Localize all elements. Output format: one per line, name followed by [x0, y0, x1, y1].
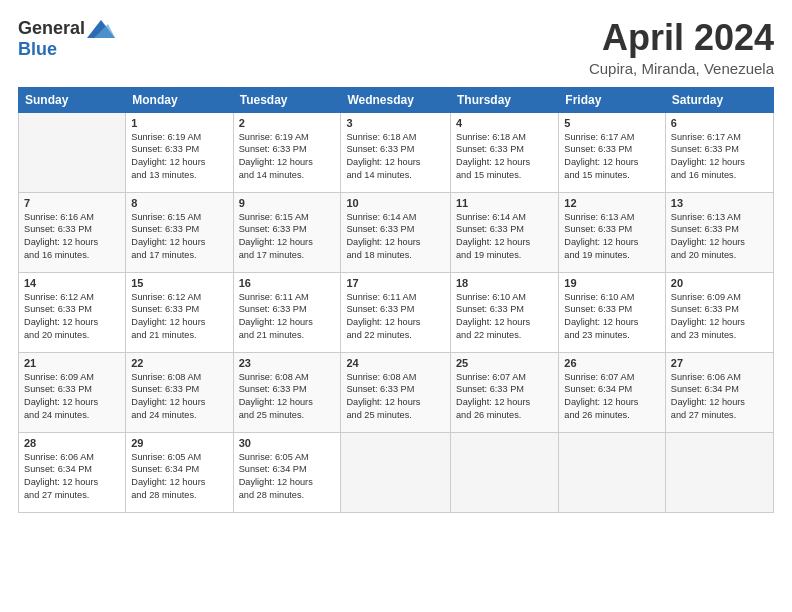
day-number: 6: [671, 117, 768, 129]
main-container: General Blue April 2024 Cupira, Miranda,…: [0, 0, 792, 612]
day-info: Sunrise: 6:10 AM Sunset: 6:33 PM Dayligh…: [456, 291, 553, 343]
calendar-cell: 14 Sunrise: 6:12 AM Sunset: 6:33 PM Dayl…: [19, 272, 126, 352]
day-number: 18: [456, 277, 553, 289]
day-info: Sunrise: 6:12 AM Sunset: 6:33 PM Dayligh…: [24, 291, 120, 343]
calendar-cell: 6 Sunrise: 6:17 AM Sunset: 6:33 PM Dayli…: [665, 112, 773, 192]
day-info: Sunrise: 6:12 AM Sunset: 6:33 PM Dayligh…: [131, 291, 227, 343]
day-number: 24: [346, 357, 445, 369]
calendar-table: Sunday Monday Tuesday Wednesday Thursday…: [18, 87, 774, 513]
calendar-cell: [451, 432, 559, 512]
calendar-cell: 16 Sunrise: 6:11 AM Sunset: 6:33 PM Dayl…: [233, 272, 341, 352]
header: General Blue April 2024 Cupira, Miranda,…: [18, 18, 774, 77]
day-number: 8: [131, 197, 227, 209]
day-number: 11: [456, 197, 553, 209]
calendar-cell: 26 Sunrise: 6:07 AM Sunset: 6:34 PM Dayl…: [559, 352, 666, 432]
calendar-cell: 13 Sunrise: 6:13 AM Sunset: 6:33 PM Dayl…: [665, 192, 773, 272]
day-info: Sunrise: 6:06 AM Sunset: 6:34 PM Dayligh…: [24, 451, 120, 503]
calendar-cell: 27 Sunrise: 6:06 AM Sunset: 6:34 PM Dayl…: [665, 352, 773, 432]
day-number: 7: [24, 197, 120, 209]
day-number: 28: [24, 437, 120, 449]
day-info: Sunrise: 6:14 AM Sunset: 6:33 PM Dayligh…: [346, 211, 445, 263]
calendar-cell: 5 Sunrise: 6:17 AM Sunset: 6:33 PM Dayli…: [559, 112, 666, 192]
day-number: 13: [671, 197, 768, 209]
calendar-cell: 7 Sunrise: 6:16 AM Sunset: 6:33 PM Dayli…: [19, 192, 126, 272]
day-info: Sunrise: 6:17 AM Sunset: 6:33 PM Dayligh…: [564, 131, 660, 183]
calendar-cell: 8 Sunrise: 6:15 AM Sunset: 6:33 PM Dayli…: [126, 192, 233, 272]
calendar-cell: 21 Sunrise: 6:09 AM Sunset: 6:33 PM Dayl…: [19, 352, 126, 432]
day-info: Sunrise: 6:15 AM Sunset: 6:33 PM Dayligh…: [131, 211, 227, 263]
day-number: 16: [239, 277, 336, 289]
day-info: Sunrise: 6:05 AM Sunset: 6:34 PM Dayligh…: [131, 451, 227, 503]
day-info: Sunrise: 6:15 AM Sunset: 6:33 PM Dayligh…: [239, 211, 336, 263]
day-info: Sunrise: 6:05 AM Sunset: 6:34 PM Dayligh…: [239, 451, 336, 503]
logo-blue-text: Blue: [18, 39, 57, 60]
calendar-cell: 23 Sunrise: 6:08 AM Sunset: 6:33 PM Dayl…: [233, 352, 341, 432]
th-sunday: Sunday: [19, 87, 126, 112]
calendar-cell: 11 Sunrise: 6:14 AM Sunset: 6:33 PM Dayl…: [451, 192, 559, 272]
calendar-cell: 20 Sunrise: 6:09 AM Sunset: 6:33 PM Dayl…: [665, 272, 773, 352]
day-number: 30: [239, 437, 336, 449]
day-number: 25: [456, 357, 553, 369]
day-number: 5: [564, 117, 660, 129]
calendar-cell: 28 Sunrise: 6:06 AM Sunset: 6:34 PM Dayl…: [19, 432, 126, 512]
day-info: Sunrise: 6:11 AM Sunset: 6:33 PM Dayligh…: [239, 291, 336, 343]
day-info: Sunrise: 6:14 AM Sunset: 6:33 PM Dayligh…: [456, 211, 553, 263]
day-number: 22: [131, 357, 227, 369]
calendar-cell: 10 Sunrise: 6:14 AM Sunset: 6:33 PM Dayl…: [341, 192, 451, 272]
day-info: Sunrise: 6:17 AM Sunset: 6:33 PM Dayligh…: [671, 131, 768, 183]
day-number: 23: [239, 357, 336, 369]
calendar-cell: 12 Sunrise: 6:13 AM Sunset: 6:33 PM Dayl…: [559, 192, 666, 272]
weekday-header-row: Sunday Monday Tuesday Wednesday Thursday…: [19, 87, 774, 112]
day-number: 14: [24, 277, 120, 289]
calendar-cell: 30 Sunrise: 6:05 AM Sunset: 6:34 PM Dayl…: [233, 432, 341, 512]
day-info: Sunrise: 6:08 AM Sunset: 6:33 PM Dayligh…: [346, 371, 445, 423]
th-thursday: Thursday: [451, 87, 559, 112]
calendar-cell: 2 Sunrise: 6:19 AM Sunset: 6:33 PM Dayli…: [233, 112, 341, 192]
title-block: April 2024 Cupira, Miranda, Venezuela: [589, 18, 774, 77]
day-info: Sunrise: 6:11 AM Sunset: 6:33 PM Dayligh…: [346, 291, 445, 343]
calendar-cell: 18 Sunrise: 6:10 AM Sunset: 6:33 PM Dayl…: [451, 272, 559, 352]
logo-general-text: General: [18, 18, 85, 39]
day-number: 9: [239, 197, 336, 209]
calendar-week-row: 1 Sunrise: 6:19 AM Sunset: 6:33 PM Dayli…: [19, 112, 774, 192]
logo: General Blue: [18, 18, 115, 60]
day-number: 15: [131, 277, 227, 289]
day-info: Sunrise: 6:10 AM Sunset: 6:33 PM Dayligh…: [564, 291, 660, 343]
month-title: April 2024: [589, 18, 774, 58]
calendar-cell: [665, 432, 773, 512]
calendar-cell: [19, 112, 126, 192]
day-info: Sunrise: 6:18 AM Sunset: 6:33 PM Dayligh…: [346, 131, 445, 183]
day-info: Sunrise: 6:08 AM Sunset: 6:33 PM Dayligh…: [239, 371, 336, 423]
day-info: Sunrise: 6:09 AM Sunset: 6:33 PM Dayligh…: [24, 371, 120, 423]
calendar-week-row: 21 Sunrise: 6:09 AM Sunset: 6:33 PM Dayl…: [19, 352, 774, 432]
day-number: 10: [346, 197, 445, 209]
calendar-cell: 9 Sunrise: 6:15 AM Sunset: 6:33 PM Dayli…: [233, 192, 341, 272]
day-number: 4: [456, 117, 553, 129]
day-number: 3: [346, 117, 445, 129]
day-info: Sunrise: 6:19 AM Sunset: 6:33 PM Dayligh…: [239, 131, 336, 183]
day-number: 2: [239, 117, 336, 129]
day-info: Sunrise: 6:08 AM Sunset: 6:33 PM Dayligh…: [131, 371, 227, 423]
calendar-week-row: 7 Sunrise: 6:16 AM Sunset: 6:33 PM Dayli…: [19, 192, 774, 272]
calendar-cell: 24 Sunrise: 6:08 AM Sunset: 6:33 PM Dayl…: [341, 352, 451, 432]
calendar-cell: 4 Sunrise: 6:18 AM Sunset: 6:33 PM Dayli…: [451, 112, 559, 192]
calendar-cell: 3 Sunrise: 6:18 AM Sunset: 6:33 PM Dayli…: [341, 112, 451, 192]
calendar-cell: [559, 432, 666, 512]
day-number: 17: [346, 277, 445, 289]
day-number: 1: [131, 117, 227, 129]
calendar-week-row: 28 Sunrise: 6:06 AM Sunset: 6:34 PM Dayl…: [19, 432, 774, 512]
day-info: Sunrise: 6:16 AM Sunset: 6:33 PM Dayligh…: [24, 211, 120, 263]
calendar-cell: 25 Sunrise: 6:07 AM Sunset: 6:33 PM Dayl…: [451, 352, 559, 432]
calendar-cell: 17 Sunrise: 6:11 AM Sunset: 6:33 PM Dayl…: [341, 272, 451, 352]
day-number: 26: [564, 357, 660, 369]
day-number: 29: [131, 437, 227, 449]
calendar-cell: [341, 432, 451, 512]
day-info: Sunrise: 6:13 AM Sunset: 6:33 PM Dayligh…: [564, 211, 660, 263]
day-info: Sunrise: 6:06 AM Sunset: 6:34 PM Dayligh…: [671, 371, 768, 423]
day-info: Sunrise: 6:09 AM Sunset: 6:33 PM Dayligh…: [671, 291, 768, 343]
day-number: 27: [671, 357, 768, 369]
day-number: 19: [564, 277, 660, 289]
day-number: 20: [671, 277, 768, 289]
day-info: Sunrise: 6:19 AM Sunset: 6:33 PM Dayligh…: [131, 131, 227, 183]
logo-icon: [87, 20, 115, 38]
